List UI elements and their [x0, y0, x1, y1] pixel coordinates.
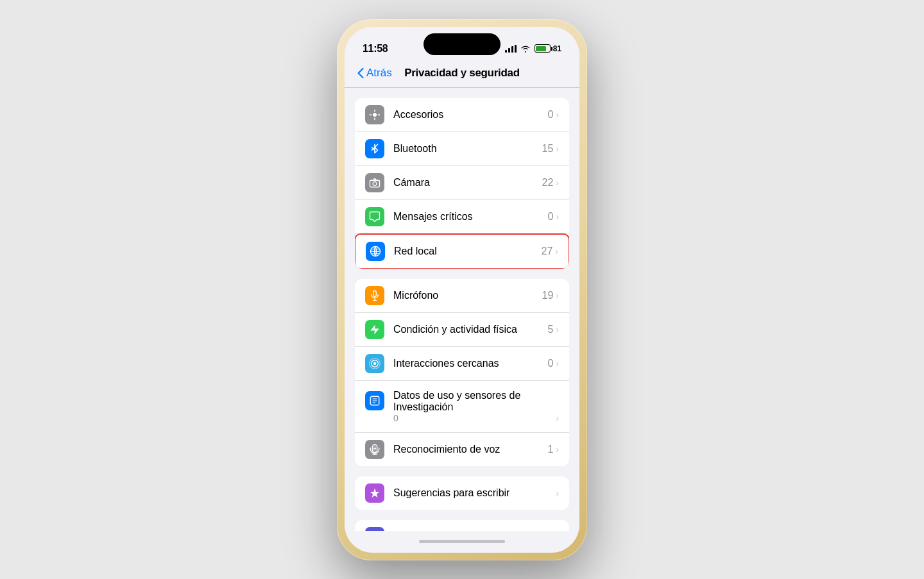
item-accesorios[interactable]: Accesorios 0 ›	[355, 98, 569, 132]
dynamic-island	[424, 33, 501, 55]
item-mensajes-label: Mensajes críticos	[393, 211, 547, 222]
item-bluetooth-count: 15	[542, 143, 554, 155]
item-interacciones[interactable]: Interacciones cercanas 0 ›	[355, 347, 569, 381]
fitness-icon	[365, 320, 384, 339]
nav-bar: Atrás Privacidad y seguridad	[345, 62, 579, 88]
chevron-icon: ›	[556, 324, 559, 335]
item-microfono-count: 19	[542, 290, 554, 301]
item-reconocimiento-count: 1	[547, 444, 553, 455]
item-reconocimiento-content: Reconocimiento de voz 1 ›	[393, 444, 559, 455]
item-reconocimiento-right: 1 ›	[547, 444, 559, 455]
item-bluetooth-content: Bluetooth 15 ›	[393, 143, 559, 155]
nearby-icon	[365, 354, 384, 373]
item-red-local-label: Red local	[394, 246, 542, 257]
item-accesorios-right: 0 ›	[547, 109, 559, 121]
bluetooth-icon	[365, 139, 384, 158]
back-label: Atrás	[366, 67, 392, 80]
item-camara-content: Cámara 22 ›	[393, 177, 559, 189]
chevron-icon: ›	[556, 488, 559, 498]
item-condicion[interactable]: Condición y actividad física 5 ›	[355, 313, 569, 347]
item-mensajes-right: 0 ›	[547, 211, 559, 222]
voice-icon	[365, 440, 384, 459]
battery-icon: 81	[535, 44, 561, 53]
item-datos-label: Datos de uso y sensores de Investigación	[393, 390, 559, 413]
item-red-local-count: 27	[542, 246, 553, 257]
chevron-icon: ›	[556, 413, 559, 423]
status-bar: 11:58 81	[345, 27, 579, 62]
item-interacciones-label: Interacciones cercanas	[393, 358, 547, 369]
item-red-local-content: Red local 27 ›	[394, 246, 558, 257]
chevron-icon: ›	[556, 110, 559, 120]
item-accesorios-content: Accesorios 0 ›	[393, 109, 559, 121]
item-sugerencias-content: Sugerencias para escribir ›	[393, 487, 559, 499]
message-icon	[365, 207, 384, 226]
item-datos[interactable]: Datos de uso y sensores de Investigación…	[355, 381, 569, 433]
item-reconocimiento-label: Reconocimiento de voz	[393, 444, 547, 455]
accessory-icon	[365, 105, 384, 124]
settings-group-sugerencias: Sugerencias para escribir ›	[355, 476, 569, 510]
svg-point-5	[373, 362, 377, 365]
item-bluetooth[interactable]: Bluetooth 15 ›	[355, 132, 569, 166]
item-sugerencias-label: Sugerencias para escribir	[393, 487, 556, 499]
settings-content: Accesorios 0 › Bluetooth	[345, 88, 579, 531]
phone-screen: 11:58 81	[345, 27, 579, 553]
item-revision-seguridad[interactable]: Revisión de seguridad ›	[355, 520, 569, 531]
camera-icon	[365, 173, 384, 192]
page-title: Privacidad y seguridad	[404, 67, 520, 80]
item-red-local-right: 27 ›	[542, 246, 558, 257]
chevron-icon: ›	[556, 178, 559, 188]
status-time: 11:58	[363, 43, 388, 55]
item-condicion-label: Condición y actividad física	[393, 324, 547, 335]
item-interacciones-content: Interacciones cercanas 0 ›	[393, 358, 559, 369]
chevron-icon: ›	[556, 444, 559, 455]
item-interacciones-count: 0	[547, 358, 553, 369]
battery-percent: 81	[553, 44, 561, 53]
item-mensajes-content: Mensajes críticos 0 ›	[393, 211, 559, 222]
signal-icon	[505, 45, 517, 53]
item-reconocimiento[interactable]: Reconocimiento de voz 1 ›	[355, 433, 569, 466]
status-icons: 81	[505, 44, 561, 53]
item-condicion-right: 5 ›	[547, 324, 559, 335]
item-microfono-content: Micrófono 19 ›	[393, 290, 559, 301]
mic-icon	[365, 286, 384, 305]
item-sugerencias-right: ›	[556, 488, 559, 498]
item-mensajes[interactable]: Mensajes críticos 0 ›	[355, 200, 569, 234]
data-icon	[365, 391, 384, 410]
item-datos-count: 0	[393, 413, 398, 423]
wifi-icon	[520, 45, 531, 53]
item-bluetooth-right: 15 ›	[542, 143, 559, 155]
item-camara[interactable]: Cámara 22 ›	[355, 166, 569, 200]
globe-icon	[366, 242, 385, 261]
chevron-icon: ›	[556, 144, 559, 154]
settings-group-1: Accesorios 0 › Bluetooth	[355, 98, 569, 269]
item-microfono-label: Micrófono	[393, 290, 542, 301]
phone-frame: 11:58 81	[337, 19, 587, 560]
item-datos-content: Datos de uso y sensores de Investigación…	[393, 390, 559, 423]
item-camara-count: 22	[542, 177, 554, 189]
item-microfono[interactable]: Micrófono 19 ›	[355, 279, 569, 313]
item-interacciones-right: 0 ›	[547, 358, 559, 369]
item-sugerencias[interactable]: Sugerencias para escribir ›	[355, 476, 569, 510]
suggest-icon	[365, 483, 384, 503]
item-condicion-content: Condición y actividad física 5 ›	[393, 324, 559, 335]
item-mensajes-count: 0	[547, 211, 553, 222]
item-accesorios-label: Accesorios	[393, 109, 547, 121]
svg-point-0	[373, 113, 377, 117]
chevron-icon: ›	[556, 358, 559, 369]
settings-group-security: Revisión de seguridad ›	[355, 520, 569, 531]
item-microfono-right: 19 ›	[542, 290, 559, 301]
back-button[interactable]: Atrás	[357, 67, 392, 80]
chevron-icon: ›	[555, 246, 558, 256]
item-condicion-count: 5	[547, 324, 553, 335]
item-red-local[interactable]: Red local 27 ›	[355, 233, 569, 269]
security-review-icon	[365, 527, 384, 531]
item-camara-right: 22 ›	[542, 177, 559, 189]
chevron-icon: ›	[556, 212, 559, 222]
settings-group-2: Micrófono 19 › Condición y actividad fís…	[355, 279, 569, 466]
item-accesorios-count: 0	[547, 109, 553, 121]
item-camara-label: Cámara	[393, 177, 542, 189]
home-indicator	[345, 531, 579, 553]
home-bar	[419, 540, 505, 543]
svg-point-2	[373, 181, 377, 185]
svg-rect-4	[373, 290, 377, 296]
